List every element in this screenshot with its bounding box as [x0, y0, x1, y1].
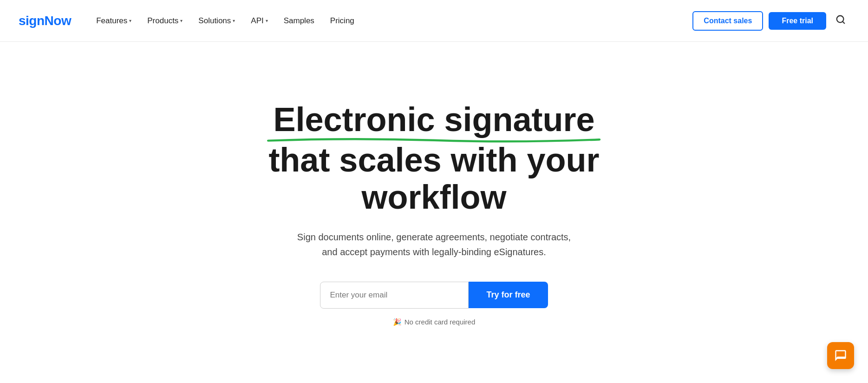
chevron-down-icon: ▾: [180, 18, 183, 23]
nav-item-features[interactable]: Features ▾: [90, 13, 138, 29]
nav-features-label: Features: [96, 16, 127, 26]
nav-samples-label: Samples: [284, 16, 314, 26]
nav-solutions-label: Solutions: [198, 16, 231, 26]
nav-item-api[interactable]: API ▾: [244, 13, 274, 29]
nav-products-label: Products: [147, 16, 178, 26]
chat-button[interactable]: [827, 342, 854, 369]
hero-title: Electronic signature that scales with yo…: [207, 101, 662, 216]
chevron-down-icon: ▾: [233, 18, 235, 23]
try-for-free-button[interactable]: Try for free: [469, 282, 548, 308]
no-credit-card-text: No credit card required: [405, 318, 476, 326]
party-emoji: 🎉: [393, 318, 402, 326]
no-credit-card-notice: 🎉 No credit card required: [393, 318, 476, 326]
hero-subtitle: Sign documents online, generate agreemen…: [295, 230, 574, 259]
hero-title-line1: Electronic signature: [207, 101, 662, 142]
search-icon: [835, 14, 846, 25]
nav-links: Features ▾ Products ▾ Solutions ▾ API ▾ …: [90, 13, 692, 29]
hero-section: Electronic signature that scales with yo…: [0, 42, 868, 376]
nav-api-label: API: [251, 16, 263, 26]
contact-sales-button[interactable]: Contact sales: [692, 11, 763, 31]
brand-logo[interactable]: signNow: [19, 13, 71, 28]
navbar: signNow Features ▾ Products ▾ Solutions …: [0, 0, 868, 42]
nav-item-samples[interactable]: Samples: [277, 13, 321, 29]
chevron-down-icon: ▾: [129, 18, 131, 23]
nav-item-pricing[interactable]: Pricing: [324, 13, 361, 29]
hero-title-line2: that scales with your workflow: [268, 141, 599, 215]
green-underline-decoration: [264, 136, 604, 144]
hero-form: Try for free: [320, 282, 548, 309]
svg-line-1: [842, 21, 844, 23]
chat-icon: [834, 349, 847, 362]
email-input[interactable]: [320, 282, 469, 309]
nav-actions: Contact sales Free trial: [692, 11, 849, 31]
nav-item-products[interactable]: Products ▾: [141, 13, 189, 29]
chevron-down-icon: ▾: [266, 18, 268, 23]
nav-pricing-label: Pricing: [330, 16, 354, 26]
hero-title-underlined: Electronic signature: [273, 101, 594, 138]
free-trial-button[interactable]: Free trial: [769, 12, 826, 30]
search-button[interactable]: [832, 13, 849, 29]
nav-item-solutions[interactable]: Solutions ▾: [192, 13, 241, 29]
